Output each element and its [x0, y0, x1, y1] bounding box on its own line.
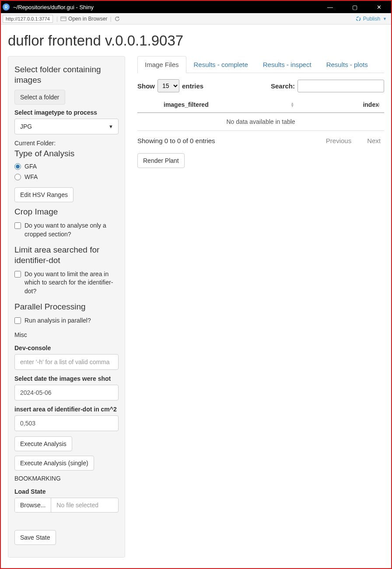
entries-label: entries [182, 82, 203, 90]
minimize-button[interactable]: — [323, 2, 337, 12]
radio-wfa[interactable]: WFA [14, 173, 119, 180]
tab-results-inspect[interactable]: Results - inspect [256, 56, 319, 73]
toolbar: http://127.0.0.1:3774 | Open in Browser … [1, 13, 391, 25]
load-state-label: Load State [14, 488, 119, 495]
file-status-label: No file selected [51, 498, 118, 512]
maximize-button[interactable]: ▢ [348, 2, 362, 12]
edit-hsv-button[interactable]: Edit HSV Ranges [14, 187, 74, 202]
previous-button[interactable]: Previous [322, 135, 355, 146]
chevron-down-icon: ▼ [383, 17, 387, 21]
crop-heading: Crop Image [14, 207, 119, 217]
empty-message: No data available in table [137, 113, 384, 131]
current-folder-label: Current Folder: [14, 140, 119, 147]
table-info: Showing 0 to 0 of 0 entries [137, 137, 215, 144]
crop-checkbox[interactable]: Do you want to analyse only a cropped se… [14, 221, 119, 239]
table-empty-row: No data available in table [137, 113, 384, 131]
publish-icon [355, 16, 361, 22]
open-in-browser-button[interactable]: Open in Browser [58, 15, 110, 23]
url-field[interactable]: http://127.0.0.1:3774 [3, 15, 53, 23]
publish-button[interactable]: Publish ▼ [353, 15, 389, 23]
svg-rect-0 [61, 17, 66, 21]
devconsole-input[interactable] [14, 354, 119, 370]
app-icon: R [3, 4, 10, 11]
save-state-button[interactable]: Save State [14, 530, 56, 545]
svg-point-2 [356, 17, 360, 21]
main-panel: Image Files Results - complete Results -… [137, 56, 384, 558]
limit-heading: Limit area searched for identifier-dot [14, 245, 119, 266]
tab-results-plots[interactable]: Results - plots [319, 56, 375, 73]
devconsole-label: Dev-console [14, 344, 119, 351]
imagetype-select[interactable]: JPG [14, 119, 119, 134]
radio-wfa-label: WFA [24, 173, 38, 180]
tab-results-complete[interactable]: Results - complete [186, 56, 256, 73]
execute-analysis-single-button[interactable]: Execute Analysis (single) [14, 456, 94, 471]
close-button[interactable]: ✕ [372, 2, 386, 12]
refresh-icon [114, 16, 120, 22]
render-plant-button[interactable]: Render Plant [137, 153, 185, 168]
analysis-heading: Type of Analysis [14, 148, 119, 159]
radio-gfa-input[interactable] [14, 163, 21, 170]
page-title: duflor frontend v.0.0.1.9037 [8, 32, 384, 49]
bookmarking-label: BOOKMARKING [14, 475, 119, 482]
limit-checkbox-label: Do you want to limit the area in which t… [24, 270, 119, 296]
crop-checkbox-input[interactable] [14, 222, 21, 229]
tab-image-files[interactable]: Image Files [137, 56, 186, 73]
browse-button[interactable]: Browse... [15, 498, 51, 512]
search-label: Search: [271, 82, 295, 90]
sidebar: Select folder containing images Select a… [8, 56, 125, 558]
folder-heading: Select folder containing images [14, 64, 119, 85]
crop-checkbox-label: Do you want to analyse only a cropped se… [24, 221, 119, 239]
window-title: ~/Repositories/duflor.gui - Shiny [13, 4, 323, 11]
area-input[interactable] [14, 415, 119, 431]
imagetype-label: Select imagetype to process [14, 109, 119, 116]
sort-icon: ▲▼ [377, 102, 381, 107]
date-label: Select date the images were shot [14, 375, 119, 382]
limit-checkbox-input[interactable] [14, 271, 21, 277]
show-label: Show [137, 82, 155, 90]
radio-wfa-input[interactable] [14, 174, 21, 180]
parallel-heading: Parallel Processing [14, 302, 119, 312]
search-input[interactable] [298, 80, 384, 92]
tabs: Image Files Results - complete Results -… [137, 56, 384, 73]
column-header-images[interactable]: images_filtered ▲▼ [137, 97, 298, 113]
limit-checkbox[interactable]: Do you want to limit the area in which t… [14, 270, 119, 296]
misc-label: Misc [14, 331, 119, 338]
parallel-checkbox-label: Run analysis in parallel? [24, 316, 119, 325]
refresh-button[interactable] [112, 15, 123, 23]
entries-select[interactable]: 15 [158, 79, 179, 92]
radio-gfa[interactable]: GFA [14, 163, 119, 170]
area-label: insert area of identifier-dot in cm^2 [14, 406, 119, 413]
select-folder-button[interactable]: Select a folder [14, 90, 65, 105]
data-table: images_filtered ▲▼ index ▲▼ No data avai… [137, 97, 384, 131]
radio-gfa-label: GFA [24, 163, 37, 170]
browser-icon [60, 16, 66, 22]
titlebar: R ~/Repositories/duflor.gui - Shiny — ▢ … [1, 1, 391, 13]
parallel-checkbox-input[interactable] [14, 317, 21, 324]
execute-analysis-button[interactable]: Execute Analysis [14, 436, 72, 451]
date-input[interactable] [14, 385, 119, 400]
parallel-checkbox[interactable]: Run analysis in parallel? [14, 316, 119, 325]
column-header-index[interactable]: index ▲▼ [298, 97, 384, 113]
next-button[interactable]: Next [364, 135, 384, 146]
sort-icon: ▲▼ [290, 102, 294, 107]
